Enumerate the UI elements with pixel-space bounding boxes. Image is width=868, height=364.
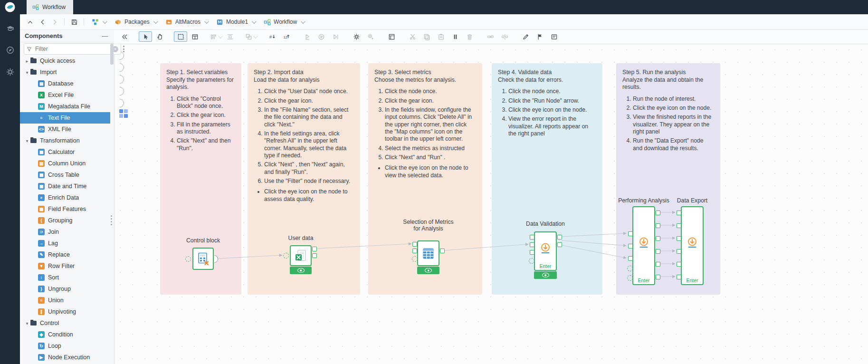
component-item-condition[interactable]: ◆Condition [20, 329, 110, 340]
add-link-button[interactable] [484, 31, 497, 42]
breadcrumb-packages[interactable]: Packages [114, 19, 157, 26]
component-item-node-execution[interactable]: ▶Node Execution [20, 352, 110, 363]
node-port[interactable] [628, 231, 633, 236]
navigate-back-button[interactable] [36, 16, 48, 28]
add-note-button[interactable] [547, 31, 561, 42]
node-port[interactable] [656, 262, 660, 267]
node-port[interactable] [530, 235, 534, 239]
component-item-text-file[interactable]: ≡Text File [20, 112, 110, 124]
node-port[interactable] [557, 235, 562, 239]
add-bookmark-button[interactable] [533, 31, 546, 42]
optional-input-port[interactable] [529, 258, 534, 264]
navigate-forward-button[interactable] [48, 16, 61, 28]
component-item-unpivoting[interactable]: ∥Unpivoting [20, 306, 110, 317]
copy-button[interactable] [420, 31, 433, 42]
component-item-megaladata-file[interactable]: MMegaladata File [20, 101, 110, 112]
format-painter-button[interactable] [519, 31, 532, 42]
metrics-selection-node[interactable] [417, 240, 439, 266]
component-item-date-and-time[interactable]: ▣Date and Time [20, 181, 110, 192]
group-objects-button[interactable] [244, 31, 258, 42]
optional-input-port[interactable] [627, 266, 633, 271]
align-objects-button[interactable] [209, 31, 222, 42]
component-item-join[interactable]: ⊃Join [20, 226, 110, 238]
workflow-canvas[interactable]: Step 1. Select variablesSpecify the para… [114, 44, 868, 364]
control-block-node[interactable] [192, 248, 214, 270]
grid-view-button[interactable] [188, 31, 201, 42]
breadcrumb-module1[interactable]: Module1 [216, 19, 255, 26]
node-port[interactable] [312, 253, 317, 258]
run-node-button[interactable] [300, 31, 314, 42]
tree-folder-transformation[interactable]: ▾Transformation [20, 135, 110, 146]
renumber-ports-button[interactable]: 12 [279, 31, 293, 42]
tab-workflow[interactable]: Workflow [27, 0, 73, 14]
paste-button[interactable] [434, 31, 448, 42]
filter-input[interactable] [34, 45, 110, 53]
settings-gear-icon[interactable] [0, 64, 20, 80]
optional-input-port[interactable] [185, 256, 191, 262]
node-port[interactable] [557, 242, 562, 247]
component-item-xml-file[interactable]: <>XML File [20, 124, 110, 135]
distribute-objects-button[interactable] [223, 31, 237, 42]
node-port[interactable] [530, 242, 534, 247]
tree-folder-import[interactable]: ▾Import [20, 67, 110, 78]
breadcrumb-module-root[interactable] [92, 19, 106, 26]
components-scrollbar-thumb[interactable] [110, 44, 114, 65]
component-item-ungroup[interactable]: }Ungroup [20, 283, 110, 295]
collapse-components-button[interactable]: — [101, 32, 109, 39]
node-port[interactable] [677, 211, 681, 215]
eye-button[interactable] [290, 267, 312, 274]
node-port[interactable] [530, 250, 534, 255]
app-logo[interactable] [0, 0, 20, 14]
cut-button[interactable] [406, 31, 419, 42]
eye-button[interactable] [534, 271, 557, 279]
save-button[interactable] [68, 16, 80, 28]
optional-input-port[interactable] [412, 256, 418, 262]
data-export-node[interactable]: Enter [681, 206, 704, 285]
component-item-loop[interactable]: ↻Loop [20, 340, 110, 352]
node-port[interactable] [677, 275, 681, 279]
node-port[interactable] [677, 223, 681, 228]
breakpoint-button[interactable] [448, 31, 462, 42]
panel-resize-handle[interactable] [110, 214, 113, 226]
node-port[interactable] [656, 236, 660, 241]
node-port[interactable] [412, 249, 417, 253]
component-item-replace[interactable]: ✎Replace [20, 249, 110, 260]
component-item-cross-table[interactable]: ▦Cross Table [20, 169, 110, 181]
node-port[interactable] [656, 275, 660, 279]
breadcrumb-workflow[interactable]: Workflow [264, 19, 304, 26]
node-port[interactable] [656, 249, 660, 254]
component-item-field-features[interactable]: ▦Field Features [20, 203, 110, 215]
tree-folder-control[interactable]: ▾Control [20, 317, 110, 329]
recent-icon[interactable] [0, 42, 20, 58]
component-item-excel-file[interactable]: XExcel File [20, 89, 110, 101]
run-to-node-button[interactable] [329, 31, 342, 42]
navigate-up-button[interactable] [24, 16, 36, 28]
performing-analysis-node[interactable]: Enter [632, 206, 655, 285]
select-tool-button[interactable] [139, 31, 152, 42]
breadcrumb-altmacros[interactable]: AltMacros [165, 19, 208, 26]
node-port[interactable] [656, 223, 660, 228]
node-port[interactable] [628, 256, 633, 261]
remove-link-button[interactable] [498, 31, 511, 42]
component-item-calculator[interactable]: ▦Calculator [20, 146, 110, 158]
component-item-lag[interactable]: →Lag [20, 238, 110, 249]
renumber-nodes-button[interactable]: # [265, 31, 278, 42]
port-grid-icon[interactable] [119, 109, 128, 118]
component-item-database[interactable]: ▤Database [20, 78, 110, 89]
optional-input-port[interactable] [283, 253, 289, 259]
node-port[interactable] [677, 236, 681, 241]
run-from-node-button[interactable] [315, 31, 328, 42]
collapse-panel-button[interactable] [118, 31, 131, 42]
training-icon[interactable] [0, 20, 20, 36]
node-port[interactable] [440, 249, 445, 253]
marquee-select-button[interactable] [174, 31, 187, 42]
node-settings-button[interactable] [350, 31, 363, 42]
node-port[interactable] [656, 211, 660, 215]
node-port[interactable] [677, 262, 681, 267]
node-port[interactable] [628, 244, 633, 249]
node-port[interactable] [312, 247, 317, 251]
optional-input-port[interactable] [627, 275, 633, 281]
component-item-row-filter[interactable]: ▼Row Filter [20, 260, 110, 272]
component-item-enrich-data[interactable]: »Enrich Data [20, 192, 110, 203]
open-visualizer-button[interactable] [385, 31, 398, 42]
